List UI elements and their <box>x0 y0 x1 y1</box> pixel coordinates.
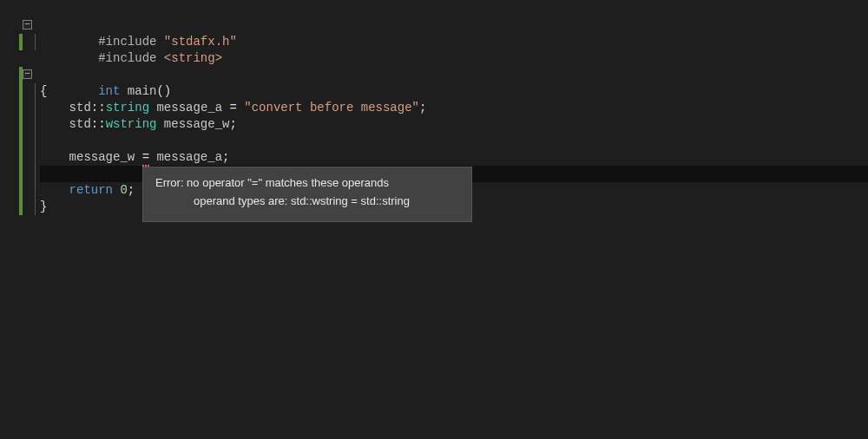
token-ns: std <box>69 117 91 131</box>
gutter[interactable]: − <box>0 67 35 83</box>
code-line[interactable]: std::string message_a = "convert before … <box>0 100 868 116</box>
token-ident: message_w <box>164 117 230 131</box>
error-tooltip: Error: no operator "=" matches these ope… <box>142 167 472 222</box>
token-string: "convert before message" <box>244 101 419 115</box>
gutter[interactable] <box>0 34 35 50</box>
code-line[interactable]: std::wstring message_w; <box>0 116 868 133</box>
token-ident: message_a <box>156 150 222 164</box>
token-ident: message_a <box>156 101 222 115</box>
code-line[interactable]: − int main() <box>0 67 868 83</box>
scope-guide <box>35 34 36 50</box>
tooltip-line: Error: no operator "=" matches these ope… <box>155 174 459 193</box>
gutter[interactable]: − <box>0 17 35 34</box>
fold-toggle-icon[interactable]: − <box>23 20 32 29</box>
tooltip-line: operand types are: std::wstring = std::s… <box>155 193 459 211</box>
token-header: <string> <box>164 51 222 65</box>
code-line[interactable]: − #include "stdafx.h" <box>0 17 868 34</box>
error-token[interactable]: = <box>142 150 149 167</box>
fold-toggle-icon[interactable]: − <box>23 69 32 79</box>
token-keyword: return <box>69 183 113 197</box>
code-line[interactable] <box>0 133 868 149</box>
token-number: 0 <box>113 183 128 197</box>
token-type: wstring <box>106 117 157 131</box>
code-line[interactable]: #include <string> <box>0 34 868 50</box>
token-brace: } <box>40 200 47 213</box>
change-marker <box>19 34 23 50</box>
token-ns: std <box>69 101 91 115</box>
code-line[interactable]: { <box>0 83 868 100</box>
token-ident: message_w <box>69 150 135 164</box>
token-preproc: #include <box>98 51 156 65</box>
code-line[interactable]: message_w = message_a; <box>0 149 868 166</box>
token-type: string <box>106 101 149 115</box>
code-editor[interactable]: − #include "stdafx.h" #include <string> <box>0 0 868 439</box>
